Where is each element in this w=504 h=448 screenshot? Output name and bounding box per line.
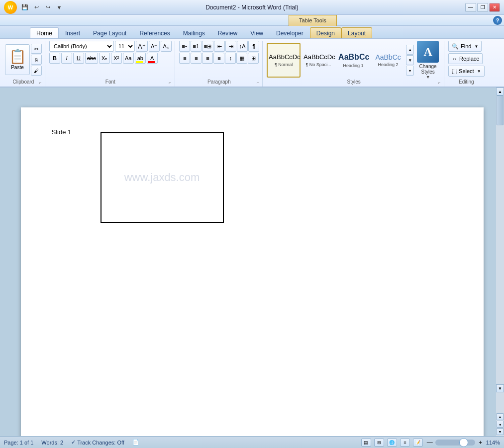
scroll-down-button[interactable]: ▼ [496,384,504,392]
copy-button[interactable]: ⎘ [31,55,42,65]
undo-button[interactable]: ↩ [31,2,41,12]
ribbon: 📋 Paste ✂ ⎘ 🖌 Clipboard ⌐ Calibri (Body)… [0,39,504,88]
font-size-select[interactable]: 11 [115,41,135,52]
font-shrink-button[interactable]: A⁻ [149,41,160,52]
increase-indent-button[interactable]: ⇥ [225,41,236,52]
font-expand-icon[interactable]: ⌐ [167,80,173,86]
editing-group: 🔍 Find ▼ ↔ Replace ⬚ Select ▼ Editing [445,41,488,87]
replace-label: Replace [459,56,479,62]
tab-design[interactable]: Design [310,27,341,38]
tab-insert[interactable]: Insert [59,27,87,38]
strikethrough-button[interactable]: abc [85,53,98,64]
status-right: ▤ ⊞ 🌐 ≡ 📝 — + 114% [361,439,500,447]
window-title: Document2 - Microsoft Word (Trial) [205,4,299,11]
font-row-1: Calibri (Body) 11 A⁺ A⁻ Aₓ [49,41,172,52]
zoom-level[interactable]: 114% [486,440,500,446]
styles-scroll-down[interactable]: ▼ [406,55,414,65]
tab-view[interactable]: View [244,27,270,38]
select-browse-button[interactable]: ● [497,421,504,428]
multilevel-button[interactable]: ≡⊞ [202,41,213,52]
style-heading1[interactable]: AaBbCc Heading 1 [336,43,370,78]
full-screen-view-button[interactable]: ⊞ [374,439,384,447]
slide-text[interactable]: Slide 1 [52,128,72,136]
save-button[interactable]: 💾 [20,2,30,12]
paragraph-content: ≡• ≡1 ≡⊞ ⇤ ⇥ ↕A ¶ ≡ ≡ ≡ ≡ ↕ ▦ ⊞ [179,41,259,79]
select-label: Select [459,68,474,74]
minimize-button[interactable]: — [465,3,476,12]
styles-expand-icon[interactable]: ⌐ [436,80,442,86]
show-marks-button[interactable]: ¶ [248,41,259,52]
numbering-button[interactable]: ≡1 [191,41,202,52]
select-dropdown-arrow[interactable]: ▼ [477,69,481,74]
superscript-button[interactable]: X² [111,53,122,64]
document-page[interactable]: Slide 1 www.jaxds.com [21,107,484,436]
prev-page-button[interactable]: ▲ [497,413,504,420]
tab-mailings[interactable]: Mailings [177,27,211,38]
style-normal[interactable]: AaBbCcDc ¶ Normal [267,43,301,78]
format-painter-button[interactable]: 🖌 [31,66,42,76]
close-button[interactable]: ✕ [489,3,500,12]
paste-button[interactable]: 📋 Paste [5,44,30,75]
print-layout-view-button[interactable]: ▤ [361,439,371,447]
find-dropdown-arrow[interactable]: ▼ [475,44,479,49]
borders-button[interactable]: ⊞ [248,53,259,64]
vertical-scrollbar[interactable]: ▲ ▼ ▲ ● ▼ [496,88,504,436]
underline-button[interactable]: U [73,53,84,64]
bullets-button[interactable]: ≡• [179,41,190,52]
tab-layout[interactable]: Layout [341,27,372,38]
scroll-up-button[interactable]: ▲ [496,88,504,95]
office-logo[interactable]: W [4,1,17,14]
align-center-button[interactable]: ≡ [191,53,202,64]
clear-formatting-button[interactable]: Aₓ [161,41,172,52]
style-nospace[interactable]: AaBbCcDc ¶ No Spaci... [302,43,335,78]
next-page-button[interactable]: ▼ [497,428,504,435]
font-name-select[interactable]: Calibri (Body) [49,41,114,52]
para-row-2: ≡ ≡ ≡ ≡ ↕ ▦ ⊞ [179,53,259,64]
tab-developer[interactable]: Developer [270,27,310,38]
font-color-button[interactable]: A [147,53,158,64]
style-heading2[interactable]: AaBbCc Heading 2 [371,43,405,78]
justify-button[interactable]: ≡ [213,53,224,64]
line-spacing-button[interactable]: ↕ [225,53,236,64]
ribbon-tabs: Home Insert Page Layout References Maili… [0,26,504,39]
zoom-thumb[interactable] [459,438,468,447]
web-layout-view-button[interactable]: 🌐 [387,439,397,447]
sort-button[interactable]: ↕A [237,41,248,52]
italic-button[interactable]: I [61,53,72,64]
shading-button[interactable]: ▦ [236,53,247,64]
replace-button[interactable]: ↔ Replace [448,53,483,64]
align-left-button[interactable]: ≡ [179,53,190,64]
select-button[interactable]: ⬚ Select ▼ [448,66,485,77]
highlight-button[interactable]: ab [135,53,146,64]
align-right-button[interactable]: ≡ [202,53,213,64]
bold-button[interactable]: B [49,53,60,64]
font-grow-button[interactable]: A⁺ [136,41,148,52]
change-styles-button[interactable]: A ChangeStyles ▼ [415,41,441,80]
maximize-button[interactable]: ❐ [477,3,488,12]
help-button[interactable]: ? [493,16,502,25]
track-changes-icon: ✓ [71,439,76,446]
zoom-slider[interactable] [435,440,475,446]
zoom-in-button[interactable]: + [477,439,485,446]
change-case-button[interactable]: Aa [123,53,134,64]
zoom-out-button[interactable]: — [426,439,434,446]
subscript-button[interactable]: X₂ [99,53,110,64]
tab-page-layout[interactable]: Page Layout [87,27,133,38]
scroll-thumb[interactable] [497,95,504,125]
paragraph-expand-icon[interactable]: ⌐ [255,80,261,86]
draft-view-button[interactable]: 📝 [413,439,423,447]
cut-button[interactable]: ✂ [31,44,42,54]
find-button[interactable]: 🔍 Find ▼ [448,41,482,52]
clipboard-expand-icon[interactable]: ⌐ [37,80,43,86]
styles-dropdown[interactable]: ▾ [406,66,414,76]
document-table[interactable]: www.jaxds.com [101,132,224,223]
tab-review[interactable]: Review [211,27,244,38]
decrease-indent-button[interactable]: ⇤ [214,41,225,52]
redo-button[interactable]: ↪ [43,2,53,12]
tab-references[interactable]: References [133,27,176,38]
styles-scroll-up[interactable]: ▲ [406,45,414,55]
outline-view-button[interactable]: ≡ [400,439,410,447]
customize-qa-button[interactable]: ▼ [54,2,64,12]
tab-home[interactable]: Home [30,27,59,38]
paragraph-group-label: Paragraph [176,79,262,85]
